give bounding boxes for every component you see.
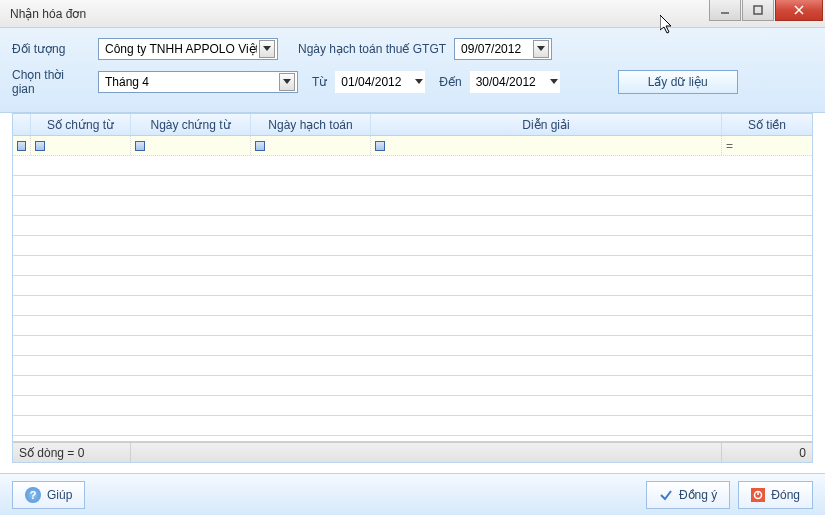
equals-icon: =	[726, 139, 733, 153]
dropdown-icon	[259, 40, 275, 58]
window-controls	[709, 0, 823, 21]
close-window-button[interactable]	[775, 0, 823, 21]
filter-checkbox-cell[interactable]	[13, 136, 31, 155]
close-button[interactable]: Đóng	[738, 481, 813, 509]
chon-thoi-gian-label: Chọn thời gian	[12, 68, 90, 96]
doi-tuong-label: Đối tượng	[12, 42, 90, 56]
ok-label: Đồng ý	[679, 488, 717, 502]
filter-icon	[35, 141, 45, 151]
col-so-tien[interactable]: Số tiền	[722, 114, 812, 135]
maximize-icon	[753, 5, 763, 15]
svg-marker-6	[283, 79, 291, 84]
grid-wrap: Số chứng từ Ngày chứng từ Ngày hạch toán…	[0, 113, 825, 463]
filter-icon	[135, 141, 145, 151]
grid-footer: Số dòng = 0 0	[13, 442, 812, 462]
col-ngay-chung-tu[interactable]: Ngày chứng từ	[131, 114, 251, 135]
bottom-bar: ? Giúp Đồng ý Đóng	[0, 473, 825, 515]
close-label: Đóng	[771, 488, 800, 502]
form-area: Đối tượng Công ty TNHH APPOLO Việt Na Ng…	[0, 28, 825, 113]
col-dien-giai[interactable]: Diễn giải	[371, 114, 722, 135]
help-icon: ?	[25, 487, 41, 503]
dropdown-icon	[415, 79, 423, 85]
ok-button[interactable]: Đồng ý	[646, 481, 730, 509]
filter-icon	[17, 141, 26, 151]
filter-nct[interactable]	[131, 136, 251, 155]
svg-marker-7	[415, 79, 423, 84]
ngay-hach-toan-input[interactable]: 09/07/2012	[454, 38, 552, 60]
svg-marker-4	[263, 46, 271, 51]
close-icon	[794, 5, 804, 15]
minimize-icon	[720, 5, 730, 15]
lay-du-lieu-button[interactable]: Lấy dữ liệu	[618, 70, 738, 94]
ngay-hach-toan-value: 09/07/2012	[461, 42, 531, 56]
titlebar: Nhận hóa đơn	[0, 0, 825, 28]
maximize-button[interactable]	[742, 0, 774, 21]
filter-row: =	[13, 136, 812, 156]
tu-date-input[interactable]: 01/04/2012	[335, 71, 425, 93]
footer-sum: 0	[722, 443, 812, 462]
col-ngay-hach-toan[interactable]: Ngày hạch toán	[251, 114, 371, 135]
tu-label: Từ	[312, 75, 327, 89]
row-count: Số dòng = 0	[13, 443, 131, 462]
doi-tuong-combo[interactable]: Công ty TNHH APPOLO Việt Na	[98, 38, 278, 60]
window-title: Nhận hóa đơn	[10, 7, 86, 21]
filter-dg[interactable]	[371, 136, 722, 155]
minimize-button[interactable]	[709, 0, 741, 21]
check-icon	[659, 488, 673, 502]
dropdown-icon	[550, 79, 558, 85]
den-label: Đến	[439, 75, 461, 89]
svg-marker-8	[550, 79, 558, 84]
den-date-input[interactable]: 30/04/2012	[470, 71, 560, 93]
help-button[interactable]: ? Giúp	[12, 481, 85, 509]
footer-mid	[131, 443, 722, 462]
data-grid: Số chứng từ Ngày chứng từ Ngày hạch toán…	[12, 113, 813, 463]
filter-icon	[255, 141, 265, 151]
chon-thoi-gian-value: Tháng 4	[105, 75, 277, 89]
filter-nht[interactable]	[251, 136, 371, 155]
ngay-hach-toan-label: Ngày hạch toán thuế GTGT	[298, 42, 446, 56]
col-so-chung-tu[interactable]: Số chứng từ	[31, 114, 131, 135]
power-icon	[751, 488, 765, 502]
filter-icon	[375, 141, 385, 151]
grid-header: Số chứng từ Ngày chứng từ Ngày hạch toán…	[13, 114, 812, 136]
svg-marker-5	[537, 46, 545, 51]
filter-st[interactable]: =	[722, 136, 812, 155]
grid-body[interactable]: =	[13, 136, 812, 442]
help-label: Giúp	[47, 488, 72, 502]
grid-lines	[13, 156, 812, 441]
doi-tuong-value: Công ty TNHH APPOLO Việt Na	[105, 42, 257, 56]
den-value: 30/04/2012	[476, 75, 546, 89]
dropdown-icon	[279, 73, 295, 91]
col-corner	[13, 114, 31, 135]
dropdown-icon	[533, 40, 549, 58]
chon-thoi-gian-combo[interactable]: Tháng 4	[98, 71, 298, 93]
tu-value: 01/04/2012	[341, 75, 411, 89]
filter-sct[interactable]	[31, 136, 131, 155]
svg-rect-1	[754, 6, 762, 14]
window: Nhận hóa đơn Đối tượng Công ty TNHH APPO…	[0, 0, 825, 515]
